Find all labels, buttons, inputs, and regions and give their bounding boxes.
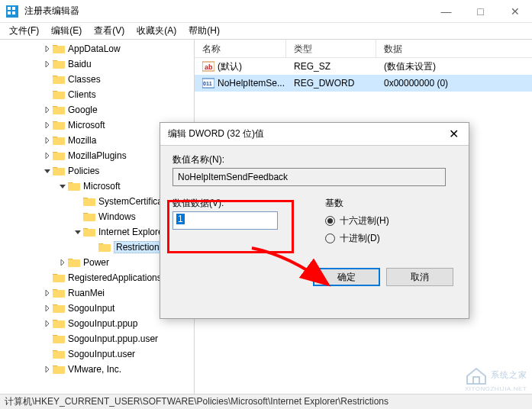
maximize-button[interactable]: □	[463, 0, 498, 23]
cell-name-text: (默认)	[218, 60, 242, 73]
close-button[interactable]: ✕	[498, 0, 532, 23]
list-header: 名称 类型 数据	[195, 40, 532, 58]
column-data[interactable]: 数据	[376, 40, 532, 57]
radix-dec-label: 十进制(D)	[340, 232, 380, 245]
radix-group: 基数 十六进制(H) 十进制(D)	[325, 197, 389, 250]
chevron-right-icon[interactable]	[57, 259, 68, 266]
chevron-right-icon[interactable]	[42, 46, 53, 52]
tree-item-label: Microsoft	[68, 120, 105, 130]
chevron-down-icon[interactable]	[42, 168, 53, 174]
cell-name-text: NoHelpItemSe...	[218, 78, 285, 89]
list-row[interactable]: ab(默认)REG_SZ(数值未设置)	[195, 58, 532, 75]
value-data-input[interactable]: 1	[172, 211, 278, 230]
radix-hex-label: 十六进制(H)	[340, 214, 389, 227]
statusbar: 计算机\HKEY_CURRENT_USER\SOFTWARE\Policies\…	[0, 394, 532, 409]
svg-rect-2	[12, 7, 15, 10]
tree-item[interactable]: AppDataLow	[0, 41, 194, 56]
folder-icon	[53, 288, 65, 298]
tree-item[interactable]: SogouInput.user	[0, 346, 194, 362]
chevron-right-icon[interactable]	[42, 366, 53, 372]
tree-item-label: Windows	[98, 211, 136, 222]
folder-icon	[53, 349, 65, 359]
svg-rect-18	[98, 244, 111, 252]
tree-item[interactable]: Clients	[0, 87, 194, 102]
menu-help[interactable]: 帮助(H)	[182, 23, 226, 39]
chevron-right-icon[interactable]	[42, 137, 53, 143]
cell-name: ab(默认)	[195, 59, 286, 75]
svg-rect-14	[68, 183, 80, 191]
minimize-button[interactable]: —	[429, 0, 463, 23]
radix-hex-radio[interactable]: 十六进制(H)	[325, 214, 389, 227]
svg-rect-22	[53, 305, 65, 313]
svg-rect-11	[53, 137, 65, 145]
dialog-close-button[interactable]: ✕	[438, 123, 469, 146]
tree-item[interactable]: Google	[0, 102, 194, 118]
tree-item-label: Policies	[68, 166, 99, 176]
folder-icon	[53, 364, 65, 375]
menu-file[interactable]: 文件(F)	[3, 23, 45, 39]
tree-item-label: SogouInput.ppup	[68, 318, 137, 329]
svg-rect-12	[53, 153, 65, 160]
svg-rect-8	[53, 92, 65, 99]
chevron-right-icon[interactable]	[42, 122, 53, 128]
tree-item-label: VMware, Inc.	[68, 364, 121, 375]
folder-icon	[53, 272, 65, 283]
svg-rect-23	[53, 320, 65, 328]
chevron-right-icon[interactable]	[42, 305, 53, 311]
svg-rect-7	[53, 76, 65, 84]
list-row[interactable]: 011NoHelpItemSe...REG_DWORD0x00000000 (0…	[195, 75, 532, 92]
menu-view[interactable]: 查看(V)	[88, 23, 131, 39]
tree-item-label: Google	[68, 105, 98, 115]
radix-label: 基数	[325, 197, 389, 210]
svg-text:011: 011	[203, 81, 212, 86]
folder-icon	[53, 303, 65, 314]
watermark: 系统之家 XITONGZHIJIA.NET	[465, 366, 527, 392]
folder-icon	[53, 59, 65, 69]
radix-dec-radio[interactable]: 十进制(D)	[325, 232, 389, 245]
folder-icon	[53, 105, 65, 115]
value-data-text: 1	[176, 214, 185, 224]
dialog-title: 编辑 DWORD (32 位)值	[168, 127, 438, 140]
chevron-down-icon[interactable]	[57, 183, 68, 189]
svg-rect-20	[53, 275, 65, 282]
svg-rect-31	[473, 377, 479, 384]
cell-name: 011NoHelpItemSe...	[195, 76, 286, 91]
value-name-text: NoHelpItemSendFeedback	[178, 172, 288, 182]
cancel-button[interactable]: 取消	[386, 268, 453, 286]
window-controls: — □ ✕	[429, 0, 532, 23]
dialog-titlebar: 编辑 DWORD (32 位)值 ✕	[160, 123, 469, 146]
tree-item[interactable]: Baidu	[0, 56, 194, 72]
chevron-right-icon[interactable]	[42, 320, 53, 327]
tree-item[interactable]: Classes	[0, 72, 194, 87]
tree-item-label: SogouInput.user	[68, 349, 135, 359]
column-name[interactable]: 名称	[195, 40, 286, 57]
column-type[interactable]: 类型	[286, 40, 376, 57]
svg-rect-13	[53, 168, 65, 176]
tree-item[interactable]: VMware, Inc.	[0, 362, 194, 377]
string-value-icon: ab	[202, 60, 214, 72]
menubar: 文件(F) 编辑(E) 查看(V) 收藏夹(A) 帮助(H)	[0, 23, 532, 40]
folder-icon	[98, 242, 111, 253]
chevron-right-icon[interactable]	[42, 61, 53, 67]
menu-edit[interactable]: 编辑(E)	[45, 23, 88, 39]
tree-item[interactable]: SogouInput.ppup.user	[0, 331, 194, 346]
chevron-right-icon[interactable]	[42, 107, 53, 113]
menu-favorites[interactable]: 收藏夹(A)	[131, 23, 182, 39]
svg-rect-21	[53, 290, 65, 298]
svg-rect-4	[12, 11, 15, 14]
ok-button[interactable]: 确定	[313, 268, 380, 286]
svg-rect-19	[68, 259, 80, 267]
edit-dword-dialog: 编辑 DWORD (32 位)值 ✕ 数值名称(N): NoHelpItemSe…	[160, 122, 469, 319]
folder-icon	[68, 181, 80, 192]
chevron-right-icon[interactable]	[42, 290, 53, 296]
chevron-right-icon[interactable]	[42, 153, 53, 159]
svg-rect-10	[53, 122, 65, 130]
tree-item-label: RuanMei	[68, 288, 105, 298]
folder-icon	[53, 150, 65, 161]
svg-rect-26	[53, 366, 65, 374]
tree-item-label: Internet Explorer	[98, 227, 166, 237]
tree-item-label: Restrictions	[114, 241, 166, 253]
folder-icon	[53, 166, 65, 176]
chevron-down-icon[interactable]	[73, 229, 83, 235]
svg-rect-6	[53, 61, 65, 69]
